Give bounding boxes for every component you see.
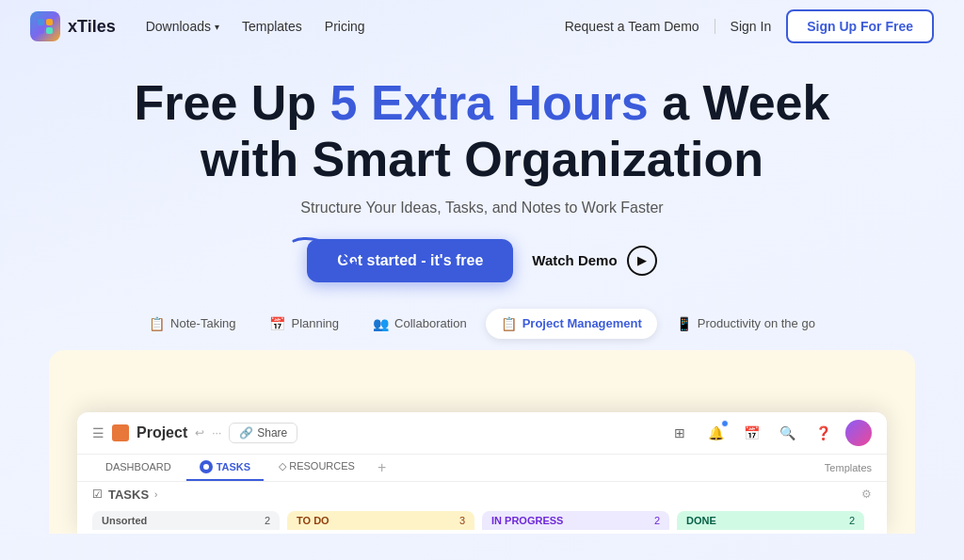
app-titlebar: ☰ Project ↩ ··· 🔗 Share ⊞ 🔔 📅 🔍 ❓ — [77, 412, 887, 455]
nav-link-pricing[interactable]: Pricing — [325, 19, 365, 34]
project-icon: 📋 — [501, 316, 517, 331]
tasks-dot-icon — [200, 460, 213, 473]
svg-rect-1 — [46, 19, 53, 25]
hero-subheadline: Structure Your Ideas, Tasks, and Notes t… — [30, 200, 934, 216]
page-type-icon — [112, 424, 129, 441]
search-icon[interactable]: 🔍 — [774, 420, 800, 446]
calendar-icon: 📅 — [269, 316, 285, 331]
col-header-done: DONE 2 — [677, 511, 864, 530]
col-label-todo: TO DO — [297, 515, 329, 526]
nav-links: Downloads ▾ Templates Pricing — [146, 19, 365, 34]
nav-divider — [715, 19, 715, 34]
notification-badge — [721, 420, 729, 427]
navbar: xTiles Downloads ▾ Templates Pricing Req… — [0, 0, 964, 53]
logo-icon — [30, 11, 60, 41]
tasks-dot-inner — [203, 464, 209, 470]
tab-label: Collaboration — [394, 316, 467, 330]
avatar[interactable] — [845, 420, 872, 446]
app-title: Project — [137, 424, 187, 441]
sign-in-link[interactable]: Sign In — [731, 19, 772, 34]
col-header-unsorted: Unsorted 2 — [92, 511, 280, 530]
add-tab-button[interactable]: + — [370, 456, 394, 480]
hero-cta: Get started - it's free Watch Demo ▶ — [30, 239, 934, 282]
kanban-col-inprogress: IN PROGRESS 2 — [482, 511, 669, 530]
app-tab-resources[interactable]: ◇ RESOURCES — [265, 455, 368, 480]
note-icon: 📋 — [149, 316, 165, 331]
svg-rect-0 — [38, 19, 44, 25]
col-header-inprogress: IN PROGRESS 2 — [482, 511, 669, 530]
arrow-icon — [284, 232, 369, 287]
expand-icon[interactable]: › — [154, 489, 157, 500]
app-titlebar-right: ⊞ 🔔 📅 🔍 ❓ — [667, 420, 872, 446]
watch-demo-label: Watch Demo — [532, 252, 617, 268]
watch-demo-button[interactable]: Watch Demo ▶ — [532, 246, 656, 276]
tab-collaboration[interactable]: 👥 Collaboration — [358, 309, 482, 339]
notification-icon[interactable]: 🔔 — [702, 420, 729, 446]
feature-tabs: 📋 Note-Taking 📅 Planning 👥 Collaboration… — [0, 297, 964, 350]
templates-button[interactable]: Templates — [825, 462, 872, 473]
col-count-unsorted: 2 — [265, 515, 270, 526]
nav-link-templates[interactable]: Templates — [242, 19, 302, 34]
headline-accent: 5 Extra Hours — [330, 75, 649, 130]
app-tab-tasks[interactable]: TASKS — [186, 455, 264, 481]
share-icon: 🔗 — [239, 426, 253, 440]
tab-label: Project Management — [522, 316, 642, 330]
tab-label: Productivity on the go — [698, 316, 815, 330]
share-button[interactable]: 🔗 Share — [229, 423, 297, 443]
headline-line2: with Smart Organization — [201, 132, 763, 186]
tab-label: Planning — [291, 316, 339, 330]
col-count-inprogress: 2 — [654, 515, 660, 526]
svg-rect-2 — [38, 27, 44, 34]
nav-link-downloads[interactable]: Downloads ▾ — [146, 19, 219, 34]
tasks-section-label: TASKS — [108, 488, 149, 502]
play-icon: ▶ — [627, 246, 657, 276]
logo[interactable]: xTiles — [30, 11, 116, 41]
hero-headline: Free Up 5 Extra Hours a Week with Smart … — [30, 75, 934, 188]
chevron-down-icon: ▾ — [215, 22, 219, 32]
nav-left: xTiles Downloads ▾ Templates Pricing — [30, 11, 365, 41]
col-header-todo: TO DO 3 — [287, 511, 474, 530]
tab-planning[interactable]: 📅 Planning — [254, 309, 354, 339]
more-options-icon[interactable]: ··· — [212, 426, 221, 440]
people-icon: 👥 — [373, 316, 389, 331]
help-icon[interactable]: ❓ — [810, 420, 836, 446]
signup-button[interactable]: Sign Up For Free — [786, 9, 934, 43]
tab-label: Note-Taking — [170, 316, 235, 330]
kanban-header: ☑ TASKS › ⚙ — [77, 482, 887, 507]
calendar-view-icon[interactable]: 📅 — [738, 420, 764, 446]
col-label-inprogress: IN PROGRESS — [491, 515, 563, 526]
grid-view-icon[interactable]: ⊞ — [667, 420, 693, 446]
app-tabs: DASHBOARD TASKS ◇ RESOURCES + Templates — [77, 455, 887, 482]
checkbox-icon: ☑ — [92, 488, 103, 501]
content-panel: ☰ Project ↩ ··· 🔗 Share ⊞ 🔔 📅 🔍 ❓ — [49, 350, 915, 534]
col-count-todo: 3 — [459, 515, 465, 526]
hero-section: Free Up 5 Extra Hours a Week with Smart … — [0, 53, 964, 297]
app-titlebar-left: ☰ Project ↩ ··· 🔗 Share — [92, 423, 297, 443]
tasks-tab-content: TASKS — [200, 460, 250, 473]
tab-project-management[interactable]: 📋 Project Management — [486, 309, 657, 339]
app-tab-dashboard[interactable]: DASHBOARD — [92, 456, 185, 480]
brand-name: xTiles — [68, 17, 116, 37]
svg-rect-3 — [46, 27, 53, 34]
kanban-settings-icon[interactable]: ⚙ — [861, 488, 872, 501]
col-count-done: 2 — [849, 515, 855, 526]
col-label-unsorted: Unsorted — [102, 515, 147, 526]
hamburger-icon[interactable]: ☰ — [92, 425, 104, 440]
undo-icon[interactable]: ↩ — [195, 426, 204, 440]
tab-productivity[interactable]: 📱 Productivity on the go — [661, 309, 830, 339]
request-demo-link[interactable]: Request a Team Demo — [565, 19, 699, 34]
kanban-columns: Unsorted 2 TO DO 3 IN PROGRESS 2 DONE — [77, 507, 887, 534]
mobile-icon: 📱 — [676, 316, 692, 331]
col-label-done: DONE — [686, 515, 716, 526]
kanban-col-done: DONE 2 — [677, 511, 864, 530]
app-mockup: ☰ Project ↩ ··· 🔗 Share ⊞ 🔔 📅 🔍 ❓ — [77, 412, 887, 534]
nav-right: Request a Team Demo Sign In Sign Up For … — [565, 9, 934, 43]
kanban-col-unsorted: Unsorted 2 — [92, 511, 280, 530]
headline-part1: Free Up — [135, 75, 330, 130]
tab-note-taking[interactable]: 📋 Note-Taking — [134, 309, 250, 339]
headline-part2: a Week — [649, 75, 830, 130]
kanban-col-todo: TO DO 3 — [287, 511, 474, 530]
